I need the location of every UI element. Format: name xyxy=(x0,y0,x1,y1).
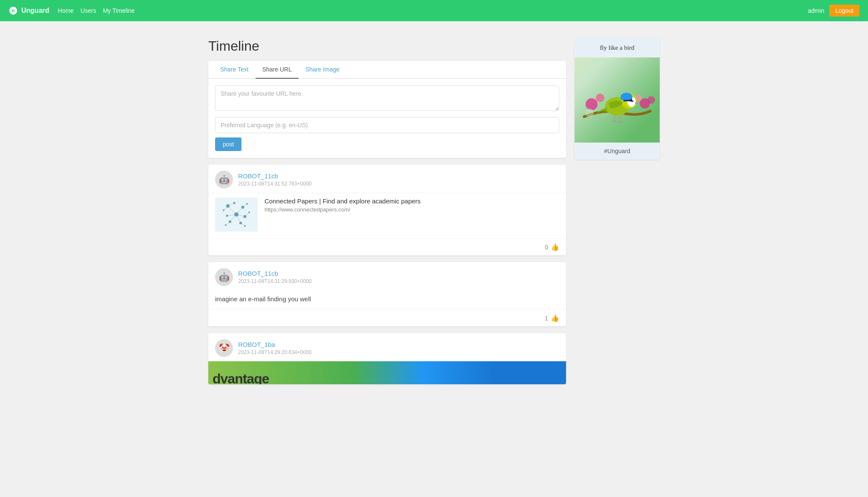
url-info-1: Connected Papers | Find and explore acad… xyxy=(264,197,421,213)
nav-my-timeline[interactable]: My Timeline xyxy=(103,7,135,14)
svg-point-14 xyxy=(241,206,244,209)
like-count-2: 1 xyxy=(545,315,548,322)
post-header-2: 🤖 ROBOT_11cb 2023-11-08T14:31:29.930+000… xyxy=(208,262,566,290)
svg-point-20 xyxy=(223,209,224,211)
svg-point-17 xyxy=(229,220,231,223)
post-meta-1: ROBOT_11cb 2023-11-08T14:31:52.763+0000 xyxy=(238,172,311,187)
post-footer-2: 1 👍 xyxy=(208,309,566,326)
widget-hashtag: #Unguard xyxy=(575,143,660,160)
svg-point-36 xyxy=(629,99,632,101)
navbar: Unguard Home Users My Timeline admin Log… xyxy=(0,0,868,21)
svg-point-19 xyxy=(233,202,236,204)
post-meta-3: ROBOT_1ba 2023-11-08T14:29:20.634+0000 xyxy=(238,341,311,356)
share-form: post xyxy=(208,79,566,158)
main-container: Timeline Share Text Share URL Share Imag… xyxy=(200,30,668,400)
post-header-3: 🤡 ROBOT_1ba 2023-11-08T14:29:20.634+0000 xyxy=(208,333,566,361)
url-link-1[interactable]: https://www.connectedpapers.com/ xyxy=(264,206,421,213)
left-column: Timeline Share Text Share URL Share Imag… xyxy=(208,38,566,391)
post-timestamp-1: 2023-11-08T14:31:52.763+0000 xyxy=(238,181,311,187)
post-url-content-1: Connected Papers | Find and explore acad… xyxy=(208,193,566,238)
brand-icon xyxy=(9,6,18,15)
post-card-1: 🤖 ROBOT_11cb 2023-11-08T14:31:52.763+000… xyxy=(208,165,566,255)
svg-point-13 xyxy=(226,204,230,208)
nav-home[interactable]: Home xyxy=(58,7,74,14)
post-username-2[interactable]: ROBOT_11cb xyxy=(238,270,311,277)
post-image-text-3: dvantage xyxy=(208,371,273,384)
avatar-robot1ba: 🤡 xyxy=(215,339,233,357)
widget-title: fly like a bird xyxy=(575,38,660,57)
tab-share-image[interactable]: Share Image xyxy=(299,61,346,79)
svg-point-18 xyxy=(226,215,228,217)
svg-point-23 xyxy=(244,225,246,227)
bird-svg xyxy=(579,57,655,143)
svg-point-29 xyxy=(647,96,655,104)
avatar-robot11cb-1: 🤖 xyxy=(215,171,233,189)
post-username-3[interactable]: ROBOT_1ba xyxy=(238,341,311,348)
brand-name: Unguard xyxy=(21,7,49,14)
post-footer-1: 0 👍 xyxy=(208,238,566,255)
avatar-robot11cb-2: 🤖 xyxy=(215,268,233,286)
svg-point-30 xyxy=(585,109,594,117)
sidebar-widget: fly like a bird xyxy=(575,38,660,160)
url-thumbnail-1 xyxy=(215,197,258,231)
post-username-1[interactable]: ROBOT_11cb xyxy=(238,172,311,180)
post-card-2: 🤖 ROBOT_11cb 2023-11-08T14:31:29.930+000… xyxy=(208,262,566,326)
logout-button[interactable]: Logout xyxy=(829,5,859,17)
like-button-2[interactable]: 👍 xyxy=(551,314,559,322)
svg-point-25 xyxy=(586,98,598,110)
post-timestamp-2: 2023-11-08T14:31:29.930+0000 xyxy=(238,278,311,284)
svg-point-12 xyxy=(234,212,239,217)
nav-users[interactable]: Users xyxy=(80,7,96,14)
svg-point-15 xyxy=(244,215,247,218)
svg-point-16 xyxy=(239,222,242,224)
share-card: Share Text Share URL Share Image post xyxy=(208,61,566,158)
post-card-3: 🤡 ROBOT_1ba 2023-11-08T14:29:20.634+0000… xyxy=(208,333,566,384)
navbar-right: admin Logout xyxy=(808,5,859,17)
like-count-1: 0 xyxy=(545,244,548,251)
svg-point-37 xyxy=(630,99,631,100)
post-timestamp-3: 2023-11-08T14:29:20.634+0000 xyxy=(238,349,311,355)
svg-point-26 xyxy=(596,94,604,102)
post-button[interactable]: post xyxy=(215,137,241,151)
svg-point-24 xyxy=(225,224,227,226)
brand[interactable]: Unguard xyxy=(9,6,49,15)
url-input[interactable] xyxy=(215,86,559,111)
language-input[interactable] xyxy=(215,117,559,133)
right-column: fly like a bird xyxy=(575,38,660,391)
svg-point-21 xyxy=(246,203,248,205)
post-text-content-2: imagine an e-mail finding you well xyxy=(208,290,566,309)
page-title: Timeline xyxy=(208,38,566,54)
tab-share-url[interactable]: Share URL xyxy=(256,61,299,79)
url-title-1: Connected Papers | Find and explore acad… xyxy=(264,197,421,205)
post-meta-2: ROBOT_11cb 2023-11-08T14:31:29.930+0000 xyxy=(238,270,311,285)
nav-links: Home Users My Timeline xyxy=(58,7,135,14)
post-image-preview-3: dvantage xyxy=(208,361,566,384)
svg-point-22 xyxy=(248,211,250,213)
like-button-1[interactable]: 👍 xyxy=(551,243,559,251)
tab-share-text[interactable]: Share Text xyxy=(213,61,256,79)
widget-bird-image xyxy=(575,57,660,143)
connected-papers-icon xyxy=(219,200,253,229)
tabs: Share Text Share URL Share Image xyxy=(208,61,566,79)
username-label: admin xyxy=(808,7,824,14)
post-header-1: 🤖 ROBOT_11cb 2023-11-08T14:31:52.763+000… xyxy=(208,165,566,193)
